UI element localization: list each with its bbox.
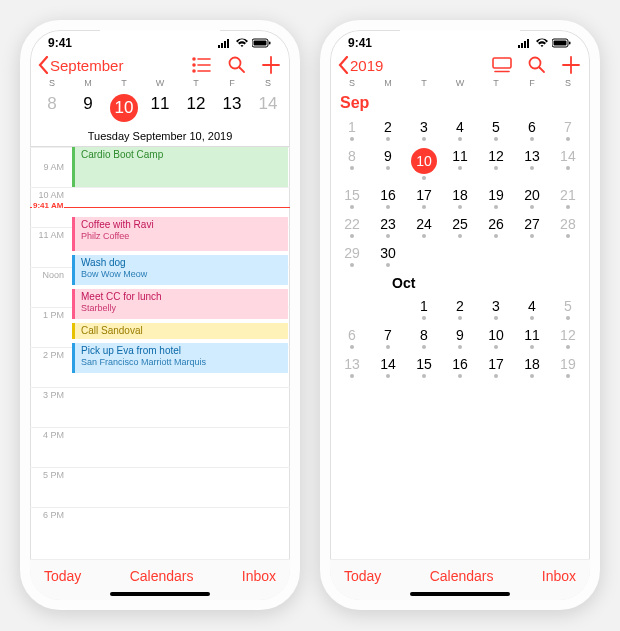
weekday-label: S: [550, 78, 586, 88]
month-day-cell[interactable]: 6: [334, 322, 370, 351]
home-indicator[interactable]: [410, 592, 510, 596]
hour-row: 5 PM: [30, 467, 290, 507]
month-scroll[interactable]: Sep 123456789101112131415161718192021222…: [330, 88, 590, 528]
month-day-cell[interactable]: 28: [550, 211, 586, 240]
month-day-cell[interactable]: 12: [478, 143, 514, 182]
date-cell[interactable]: 8: [34, 90, 70, 126]
month-day-cell[interactable]: 1: [334, 114, 370, 143]
list-view-icon[interactable]: [192, 57, 212, 73]
back-button[interactable]: September: [36, 56, 123, 74]
weekday-label: W: [142, 78, 178, 88]
svg-point-9: [193, 64, 195, 66]
back-button[interactable]: 2019: [336, 56, 383, 74]
month-day-cell[interactable]: 15: [406, 351, 442, 380]
month-day-cell[interactable]: 11: [514, 322, 550, 351]
calendar-event[interactable]: Call Sandoval: [72, 323, 288, 339]
month-day-cell[interactable]: 22: [334, 211, 370, 240]
month-day-cell[interactable]: 16: [370, 182, 406, 211]
month-day-cell[interactable]: 27: [514, 211, 550, 240]
add-button[interactable]: [262, 56, 280, 74]
calendars-button[interactable]: Calendars: [430, 568, 494, 584]
month-day-cell[interactable]: 29: [334, 240, 370, 269]
month-day-cell[interactable]: 3: [406, 114, 442, 143]
inbox-button[interactable]: Inbox: [542, 568, 576, 584]
month-day-cell[interactable]: 30: [370, 240, 406, 269]
month-day-cell[interactable]: 14: [370, 351, 406, 380]
month-day-cell[interactable]: 13: [334, 351, 370, 380]
today-button[interactable]: Today: [344, 568, 381, 584]
date-cell[interactable]: 11: [142, 90, 178, 126]
date-cell[interactable]: 10: [106, 90, 142, 126]
weekday-label: T: [106, 78, 142, 88]
current-time-label: 9:41 AM: [32, 201, 64, 210]
month-day-cell[interactable]: 5: [478, 114, 514, 143]
month-day-cell[interactable]: 1: [406, 293, 442, 322]
hour-row: 6 PM: [30, 507, 290, 527]
back-label: September: [50, 57, 123, 74]
status-indicators: [218, 38, 272, 48]
view-toggle-icon[interactable]: [492, 57, 512, 73]
month-day-cell[interactable]: 9: [442, 322, 478, 351]
calendar-event[interactable]: Pick up Eva from hotelSan Francisco Marr…: [72, 343, 288, 373]
add-button[interactable]: [562, 56, 580, 74]
month-label-oct[interactable]: Oct: [330, 269, 590, 293]
month-day-cell[interactable]: 19: [478, 182, 514, 211]
date-cell[interactable]: 12: [178, 90, 214, 126]
month-day-cell[interactable]: 8: [406, 322, 442, 351]
svg-rect-6: [269, 42, 271, 45]
month-day-cell[interactable]: 20: [514, 182, 550, 211]
month-day-cell[interactable]: 15: [334, 182, 370, 211]
search-icon[interactable]: [528, 56, 546, 74]
month-day-cell[interactable]: 16: [442, 351, 478, 380]
month-day-cell[interactable]: 10: [478, 322, 514, 351]
hour-label: 2 PM: [30, 348, 68, 387]
calendar-event[interactable]: Wash dogBow Wow Meow: [72, 255, 288, 285]
month-day-cell[interactable]: 13: [514, 143, 550, 182]
date-cell[interactable]: 9: [70, 90, 106, 126]
month-day-cell[interactable]: 14: [550, 143, 586, 182]
status-indicators: [518, 38, 572, 48]
month-day-cell[interactable]: 23: [370, 211, 406, 240]
date-cell[interactable]: 13: [214, 90, 250, 126]
svg-rect-24: [493, 58, 511, 68]
weekday-label: S: [334, 78, 370, 88]
month-day-cell[interactable]: 5: [550, 293, 586, 322]
calendar-event[interactable]: Meet CC for lunchStarbelly: [72, 289, 288, 319]
month-day-cell[interactable]: 4: [514, 293, 550, 322]
month-day-cell[interactable]: 18: [442, 182, 478, 211]
calendars-button[interactable]: Calendars: [130, 568, 194, 584]
month-day-cell[interactable]: 3: [478, 293, 514, 322]
month-day-cell[interactable]: 25: [442, 211, 478, 240]
agenda-timeline[interactable]: 9 AM10 AM11 AMNoon1 PM2 PM3 PM4 PM5 PM6 …: [30, 147, 290, 527]
month-day-cell[interactable]: 12: [550, 322, 586, 351]
hour-label: 6 PM: [30, 508, 68, 527]
month-day-cell[interactable]: 6: [514, 114, 550, 143]
month-day-cell[interactable]: 24: [406, 211, 442, 240]
search-icon[interactable]: [228, 56, 246, 74]
date-cell[interactable]: 14: [250, 90, 286, 126]
home-indicator[interactable]: [110, 592, 210, 596]
month-day-cell[interactable]: 4: [442, 114, 478, 143]
month-day-cell[interactable]: 8: [334, 143, 370, 182]
hour-label: 1 PM: [30, 308, 68, 347]
month-day-cell[interactable]: 21: [550, 182, 586, 211]
calendar-event[interactable]: Cardio Boot Camp: [72, 147, 288, 187]
month-day-cell[interactable]: 2: [442, 293, 478, 322]
month-day-cell[interactable]: 10: [406, 143, 442, 182]
inbox-button[interactable]: Inbox: [242, 568, 276, 584]
month-label-sep[interactable]: Sep: [330, 88, 590, 114]
calendar-event[interactable]: Coffee with RaviPhilz Coffee: [72, 217, 288, 251]
month-day-cell[interactable]: 11: [442, 143, 478, 182]
month-day-cell[interactable]: 17: [406, 182, 442, 211]
month-day-cell[interactable]: 9: [370, 143, 406, 182]
month-day-cell[interactable]: 26: [478, 211, 514, 240]
today-button[interactable]: Today: [44, 568, 81, 584]
month-day-cell[interactable]: 2: [370, 114, 406, 143]
month-day-cell[interactable]: 18: [514, 351, 550, 380]
month-day-cell[interactable]: 7: [370, 322, 406, 351]
month-day-cell[interactable]: 19: [550, 351, 586, 380]
month-day-cell[interactable]: 7: [550, 114, 586, 143]
weekday-label: M: [70, 78, 106, 88]
battery-icon: [552, 38, 572, 48]
month-day-cell[interactable]: 17: [478, 351, 514, 380]
